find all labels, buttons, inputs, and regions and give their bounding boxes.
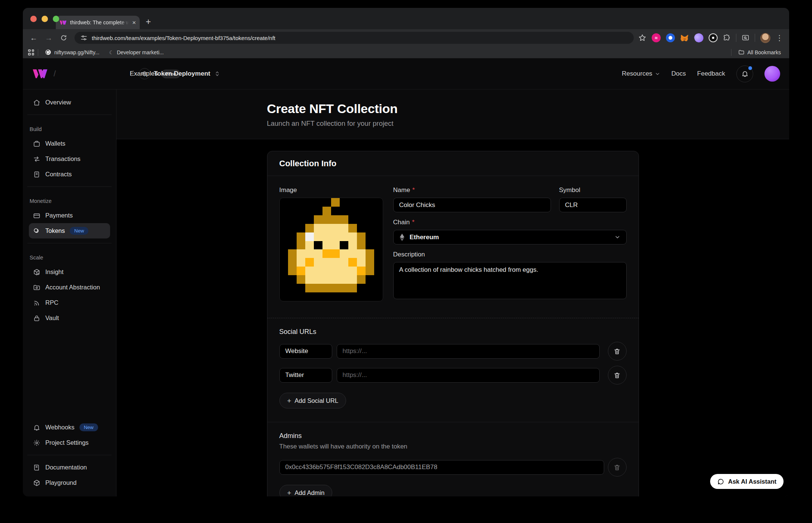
ask-ai-assistant-button[interactable]: Ask AI Assistant: [710, 474, 784, 489]
delete-social-url-button[interactable]: [608, 366, 627, 384]
extension-metamask-icon[interactable]: [680, 33, 689, 42]
tab-strip: thirdweb: The complete web3 × +: [23, 8, 789, 29]
profile-avatar[interactable]: [760, 33, 770, 43]
collection-image-upload[interactable]: [279, 198, 383, 301]
extension-blue-icon[interactable]: [666, 33, 675, 42]
sidebar-item-overview[interactable]: Overview: [29, 95, 110, 110]
browser-tab[interactable]: thirdweb: The complete web3 ×: [56, 16, 140, 29]
add-social-url-button[interactable]: + Add Social URL: [279, 393, 346, 408]
extension-clock-icon[interactable]: [709, 33, 718, 42]
add-social-url-label: Add Social URL: [295, 397, 338, 404]
sidebar-label: Webhooks: [45, 424, 75, 431]
page-subtitle: Launch an NFT collection for your projec…: [267, 119, 639, 128]
add-admin-button[interactable]: + Add Admin: [279, 485, 333, 496]
thirdweb-logo[interactable]: [32, 69, 48, 79]
chain-value: Ethereum: [410, 234, 609, 241]
sidebar-item-rpc[interactable]: RPC: [29, 295, 110, 310]
cube-search-icon: [33, 268, 40, 276]
docs-link[interactable]: Docs: [672, 70, 686, 77]
sidebar-item-tokens[interactable]: Tokens New: [29, 223, 110, 238]
delete-social-url-button[interactable]: [608, 342, 627, 361]
url-text[interactable]: thirdweb.com/team/examples/Token-Deploym…: [92, 35, 275, 41]
chain-select[interactable]: Ethereum: [393, 230, 627, 244]
document-icon: [33, 171, 40, 178]
chevron-down-icon: [614, 234, 621, 240]
sidebar-item-transactions[interactable]: Transactions: [29, 151, 110, 167]
reload-button[interactable]: [57, 31, 70, 44]
social-url-input[interactable]: [337, 368, 600, 383]
signal-icon: [33, 299, 40, 307]
project-icon: [139, 68, 150, 79]
image-label: Image: [279, 186, 383, 194]
book-icon: [33, 464, 40, 471]
sidebar-item-playground[interactable]: Playground: [29, 475, 110, 490]
toolbar-divider: [736, 34, 736, 42]
extension-thirdweb-icon[interactable]: ≋: [652, 33, 661, 42]
tab-search-icon[interactable]: [742, 34, 749, 42]
site-settings-icon[interactable]: [81, 34, 87, 41]
sidebar-item-wallets[interactable]: Wallets: [29, 136, 110, 151]
sidebar-item-vault[interactable]: Vault: [29, 310, 110, 326]
sidebar-item-contracts[interactable]: Contracts: [29, 167, 110, 182]
tab-close-icon[interactable]: ×: [132, 19, 136, 26]
sidebar-item-payments[interactable]: Payments: [29, 208, 110, 223]
sidebar-item-project-settings[interactable]: Project Settings: [29, 435, 110, 450]
sidebar-item-documentation[interactable]: Documentation: [29, 460, 110, 475]
chat-bubble-icon: [717, 478, 724, 485]
new-badge: New: [70, 227, 88, 235]
folder-circle-icon: [33, 284, 40, 291]
browser-menu-icon[interactable]: ⋮: [776, 33, 783, 42]
sidebar-divider: [27, 243, 112, 243]
sidebar-label: Insight: [45, 268, 64, 276]
thirdweb-app: / Examples Free / Token Deployment: [23, 58, 789, 496]
social-platform-input[interactable]: [279, 344, 332, 359]
sidebar-section-scale: Scale: [30, 255, 110, 261]
project-switcher-icon[interactable]: [214, 70, 221, 77]
name-input[interactable]: [393, 198, 551, 212]
forward-button[interactable]: →: [42, 31, 55, 44]
sidebar-section-monetize: Monetize: [30, 198, 110, 204]
github-icon: [45, 49, 51, 55]
sidebar-label: RPC: [45, 299, 58, 306]
extension-purple-icon[interactable]: [693, 32, 705, 44]
sidebar-item-account-abstraction[interactable]: Account Abstraction: [29, 280, 110, 295]
close-window-button[interactable]: [30, 16, 37, 22]
description-textarea[interactable]: A collection of rainbow chicks hatched f…: [393, 262, 627, 299]
sidebar-item-webhooks[interactable]: Webhooks New: [29, 420, 110, 435]
delete-admin-button[interactable]: [608, 458, 627, 477]
resources-menu[interactable]: Resources: [622, 70, 660, 77]
account-avatar[interactable]: [764, 66, 780, 82]
minimize-window-button[interactable]: [42, 16, 48, 22]
sidebar-label: Playground: [45, 479, 76, 486]
new-tab-button[interactable]: +: [146, 16, 151, 27]
required-asterisk: *: [412, 186, 415, 194]
zoom-window-button[interactable]: [53, 16, 59, 22]
bookmark-star-icon[interactable]: [638, 34, 646, 42]
bookmark-label: Developer marketi...: [117, 49, 164, 55]
back-button[interactable]: ←: [27, 31, 40, 44]
home-icon: [33, 99, 40, 106]
extensions-puzzle-icon[interactable]: [723, 34, 731, 42]
breadcrumb-project[interactable]: Token Deployment: [139, 68, 221, 79]
admin-address-input[interactable]: [279, 460, 604, 475]
sidebar-label: Documentation: [45, 464, 87, 471]
all-bookmarks-button[interactable]: All Bookmarks: [735, 48, 784, 57]
sidebar-label: Vault: [45, 314, 59, 322]
social-platform-input[interactable]: [279, 368, 332, 383]
notification-dot: [748, 66, 752, 70]
symbol-input[interactable]: [559, 198, 627, 212]
social-url-input[interactable]: [337, 344, 600, 359]
url-bar[interactable]: thirdweb.com/team/examples/Token-Deploym…: [75, 32, 634, 44]
notifications-button[interactable]: [736, 66, 753, 82]
sidebar-item-insight[interactable]: Insight: [29, 264, 110, 280]
bookmarks-divider: [731, 49, 731, 56]
sidebar-divider: [27, 115, 112, 115]
breadcrumb-team[interactable]: Examples Free: [61, 70, 126, 78]
content-area: Collection Info Image: [116, 139, 789, 496]
bookmark-item-niftyswap[interactable]: niftyswap.gg/Nifty...: [42, 48, 102, 57]
feedback-link[interactable]: Feedback: [697, 70, 725, 77]
sidebar-label: Tokens: [45, 227, 65, 234]
bell-icon: [741, 70, 749, 77]
bookmark-item-developer[interactable]: ☾ Developer marketi...: [106, 48, 167, 57]
apps-grid-icon[interactable]: [28, 49, 34, 55]
